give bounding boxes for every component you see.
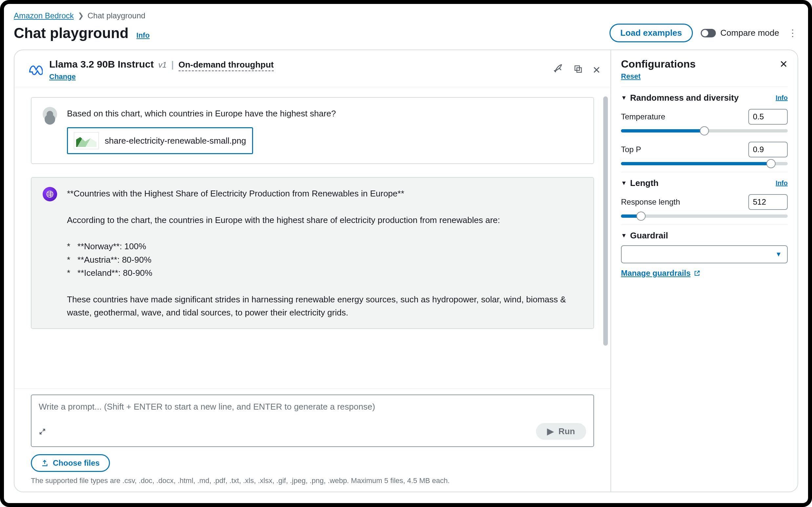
configurations-panel: Configurations ✕ Reset ▼ Randomness and … xyxy=(610,50,798,492)
caret-down-icon: ▼ xyxy=(775,250,782,258)
run-button[interactable]: ▶ Run xyxy=(536,423,586,440)
change-model-link[interactable]: Change xyxy=(49,72,274,81)
response-length-label: Response length xyxy=(621,198,680,207)
model-version: v1 xyxy=(158,60,166,69)
play-icon: ▶ xyxy=(547,426,554,437)
guardrail-select[interactable]: ▼ xyxy=(621,245,788,263)
user-avatar-icon xyxy=(43,107,57,121)
attachment-chip[interactable]: share-electricity-renewable-small.png xyxy=(67,127,253,154)
load-examples-button[interactable]: Load examples xyxy=(609,23,693,42)
section-randomness-toggle[interactable]: ▼ Randomness and diversity Info xyxy=(621,93,788,103)
prompt-box: ▶ Run xyxy=(31,395,594,447)
external-link-icon xyxy=(694,270,700,276)
triangle-down-icon: ▼ xyxy=(621,232,627,239)
section-guardrail-toggle[interactable]: ▼ Guardrail xyxy=(621,231,788,241)
attachment-thumbnail-icon xyxy=(74,132,99,149)
top-p-input[interactable] xyxy=(748,142,788,157)
rocket-icon[interactable] xyxy=(554,64,564,76)
top-p-label: Top P xyxy=(621,145,641,154)
length-info-link[interactable]: Info xyxy=(775,179,788,187)
prompt-input[interactable] xyxy=(39,402,586,423)
ai-avatar-icon xyxy=(43,187,57,201)
assistant-message: **Countries with the Highest Share of El… xyxy=(31,177,594,329)
user-message: Based on this chart, which countries in … xyxy=(31,97,594,164)
close-icon[interactable]: ✕ xyxy=(593,64,601,76)
temperature-input[interactable] xyxy=(748,109,788,125)
breadcrumb-current: Chat playground xyxy=(88,11,145,20)
compare-mode-label: Compare mode xyxy=(720,28,779,38)
compare-mode-toggle[interactable] xyxy=(701,29,716,37)
file-types-hint: The supported file types are .csv, .doc,… xyxy=(31,476,594,485)
section-length-toggle[interactable]: ▼ Length Info xyxy=(621,178,788,188)
temperature-label: Temperature xyxy=(621,112,665,121)
copy-icon[interactable] xyxy=(573,64,582,76)
scrollbar[interactable] xyxy=(603,97,608,346)
choose-files-button[interactable]: Choose files xyxy=(31,454,110,472)
upload-icon xyxy=(41,459,48,467)
more-menu-icon[interactable]: ⋮ xyxy=(787,27,798,38)
triangle-down-icon: ▼ xyxy=(621,180,627,186)
triangle-down-icon: ▼ xyxy=(621,95,627,101)
breadcrumb: Amazon Bedrock ❯ Chat playground xyxy=(14,11,798,20)
model-name: Llama 3.2 90B Instruct xyxy=(49,59,154,70)
randomness-info-link[interactable]: Info xyxy=(775,94,788,102)
page-info-link[interactable]: Info xyxy=(137,31,150,40)
manage-guardrails-link[interactable]: Manage guardrails xyxy=(621,269,700,278)
chevron-right-icon: ❯ xyxy=(78,11,84,20)
attachment-filename: share-electricity-renewable-small.png xyxy=(105,134,246,147)
model-header: Llama 3.2 90B Instruct v1 | On-demand th… xyxy=(14,50,610,87)
assistant-message-text: **Countries with the Highest Share of El… xyxy=(67,187,582,319)
response-length-input[interactable] xyxy=(748,194,788,210)
chat-scroll-area[interactable]: Based on this chart, which countries in … xyxy=(14,87,610,388)
reset-link[interactable]: Reset xyxy=(621,72,641,81)
throughput-mode[interactable]: On-demand throughput xyxy=(179,60,274,71)
temperature-slider[interactable] xyxy=(621,129,788,132)
expand-icon[interactable] xyxy=(39,428,46,435)
page-title: Chat playground xyxy=(14,25,129,41)
config-title: Configurations xyxy=(621,58,696,70)
meta-logo-icon xyxy=(28,62,43,77)
close-panel-icon[interactable]: ✕ xyxy=(779,58,788,70)
response-length-slider[interactable] xyxy=(621,215,788,218)
breadcrumb-root[interactable]: Amazon Bedrock xyxy=(14,11,74,20)
top-p-slider[interactable] xyxy=(621,162,788,165)
user-message-text: Based on this chart, which countries in … xyxy=(67,107,336,120)
